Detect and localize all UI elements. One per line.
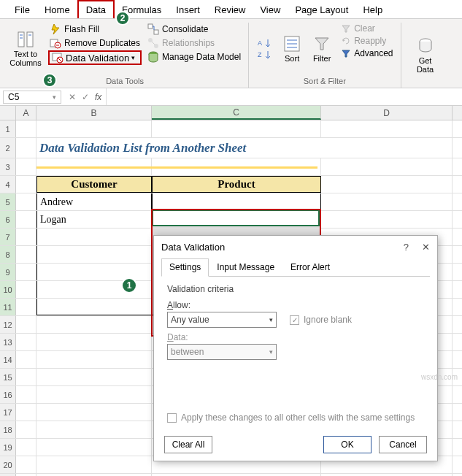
flash-fill-button[interactable]: Flash Fill	[48, 23, 142, 36]
cell-b1[interactable]	[36, 120, 152, 137]
row-header-14[interactable]: 14	[0, 351, 16, 368]
cell-b15[interactable]	[36, 369, 152, 385]
row-header-3[interactable]: 3	[0, 158, 16, 175]
cell-b16[interactable]	[36, 386, 152, 403]
cell-b8[interactable]	[36, 246, 152, 263]
text-to-columns-button[interactable]: Text to Columns	[7, 23, 44, 75]
row-header-18[interactable]: 18	[0, 421, 16, 438]
tab-page-layout[interactable]: Page Layout	[288, 1, 355, 18]
cell-b7[interactable]	[36, 229, 152, 245]
cell-a1[interactable]	[16, 120, 36, 137]
sort-button[interactable]: Sort	[280, 23, 304, 75]
cell-a2[interactable]	[16, 138, 36, 158]
cell-a4[interactable]	[16, 176, 36, 193]
remove-duplicates-button[interactable]: Remove Duplicates	[48, 37, 142, 50]
cell-b4[interactable]: Customer	[36, 176, 152, 193]
cell-a19[interactable]	[16, 439, 36, 456]
ok-button[interactable]: OK	[323, 436, 371, 453]
cell-a6[interactable]	[16, 211, 36, 228]
row-header-5[interactable]: 5	[0, 193, 16, 210]
tab-insert[interactable]: Insert	[169, 1, 207, 18]
cell-a10[interactable]	[16, 281, 36, 298]
cell-a15[interactable]	[16, 369, 36, 385]
cell-d1[interactable]	[321, 120, 453, 137]
cell-a20[interactable]	[16, 456, 36, 473]
advanced-button[interactable]: Advanced	[339, 47, 394, 59]
col-header-a[interactable]: A	[16, 106, 36, 120]
cell-a18[interactable]	[16, 421, 36, 438]
help-icon[interactable]: ?	[404, 242, 409, 253]
dialog-tab-settings[interactable]: Settings	[161, 258, 209, 277]
tab-view[interactable]: View	[253, 1, 288, 18]
cell-b2[interactable]: Data Validation List from Another Sheet	[36, 138, 321, 158]
row-header-20[interactable]: 20	[0, 456, 16, 473]
cell-d2[interactable]	[321, 138, 453, 158]
tab-data[interactable]: Data	[77, 0, 115, 18]
row-header-2[interactable]: 2	[0, 138, 16, 158]
cell-b17[interactable]	[36, 404, 152, 421]
allow-select[interactable]: Any value ▾	[167, 312, 277, 328]
get-data-button[interactable]: Get Data	[407, 23, 444, 88]
cancel-button[interactable]: Cancel	[379, 436, 427, 453]
row-header-15[interactable]: 15	[0, 369, 16, 385]
cell-b18[interactable]	[36, 421, 152, 438]
cell-b9[interactable]	[36, 264, 152, 280]
cell-d4[interactable]	[321, 176, 453, 193]
row-header-19[interactable]: 19	[0, 439, 16, 456]
cell-a5[interactable]	[16, 193, 36, 210]
cell-b11[interactable]	[36, 299, 152, 315]
row-header-17[interactable]: 17	[0, 404, 16, 421]
row-header-7[interactable]: 7	[0, 229, 16, 245]
tab-file[interactable]: File	[7, 1, 37, 18]
col-header-c[interactable]: C	[152, 106, 321, 120]
cell-a14[interactable]	[16, 351, 36, 368]
filter-button[interactable]: Filter	[309, 23, 335, 75]
row-header-6[interactable]: 6	[0, 211, 16, 228]
select-all-corner[interactable]	[0, 106, 16, 120]
cell-a9[interactable]	[16, 264, 36, 280]
sort-az-buttons[interactable]: AZ ZA	[255, 23, 275, 75]
row-header-8[interactable]: 8	[0, 246, 16, 263]
cell-b13[interactable]	[36, 334, 152, 350]
cell-d5[interactable]	[321, 193, 453, 210]
cell-a8[interactable]	[16, 246, 36, 263]
cancel-formula-icon[interactable]: ✕	[69, 92, 76, 102]
formula-input[interactable]	[106, 88, 462, 105]
row-header-12[interactable]: 12	[0, 316, 16, 333]
row-header-1[interactable]: 1	[0, 120, 16, 137]
cell-b14[interactable]	[36, 351, 152, 368]
cell-a3[interactable]	[16, 158, 36, 175]
cell-a7[interactable]	[16, 229, 36, 245]
data-validation-button[interactable]: Data Validation ▾	[48, 50, 142, 65]
col-header-b[interactable]: B	[36, 106, 152, 120]
dialog-tab-input-message[interactable]: Input Message	[209, 258, 282, 276]
tab-home[interactable]: Home	[37, 1, 77, 18]
row-header-16[interactable]: 16	[0, 386, 16, 403]
fx-icon[interactable]: fx	[95, 92, 101, 102]
tab-review[interactable]: Review	[207, 1, 253, 18]
cell-b6[interactable]: Logan	[36, 211, 152, 228]
row-header-9[interactable]: 9	[0, 264, 16, 280]
cell-a11[interactable]	[16, 299, 36, 315]
row-header-4[interactable]: 4	[0, 176, 16, 193]
cell-b5[interactable]: Andrew	[36, 193, 152, 210]
cell-c1[interactable]	[152, 120, 321, 137]
cell-b20[interactable]	[36, 456, 152, 473]
cell-a16[interactable]	[16, 386, 36, 403]
enter-formula-icon[interactable]: ✓	[82, 92, 89, 102]
col-header-d[interactable]: D	[321, 106, 453, 120]
cell-a17[interactable]	[16, 404, 36, 421]
cell-d6[interactable]	[321, 211, 453, 228]
cell-d3[interactable]	[321, 158, 453, 175]
cell-b12[interactable]	[36, 316, 152, 333]
cell-c4[interactable]: Product	[152, 176, 321, 193]
manage-data-model-button[interactable]: Manage Data Model	[146, 50, 242, 64]
cell-b19[interactable]	[36, 439, 152, 456]
dialog-tab-error-alert[interactable]: Error Alert	[282, 258, 338, 276]
close-icon[interactable]: ✕	[422, 242, 430, 253]
clear-all-button[interactable]: Clear All	[164, 436, 212, 453]
consolidate-button[interactable]: Consolidate	[146, 23, 242, 36]
row-header-10[interactable]: 10	[0, 281, 16, 298]
cell-a12[interactable]	[16, 316, 36, 333]
row-header-13[interactable]: 13	[0, 334, 16, 350]
